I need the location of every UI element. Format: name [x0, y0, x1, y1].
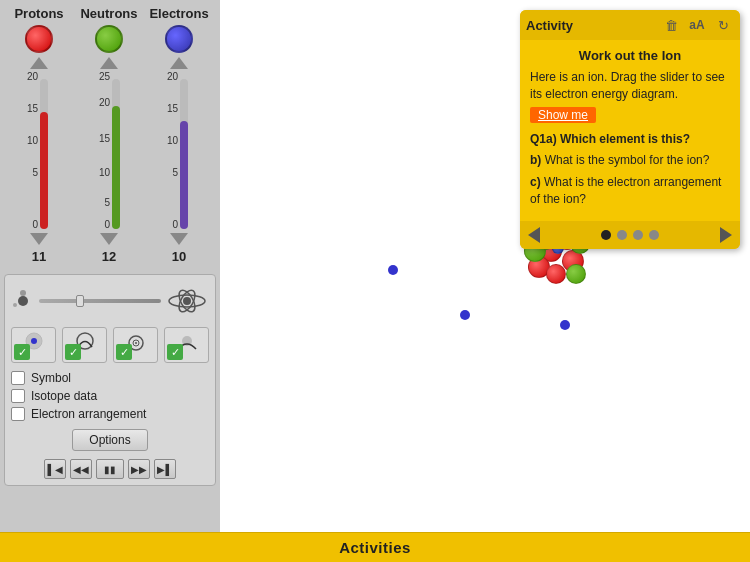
svg-point-12: [135, 342, 137, 344]
orbit-icon: [165, 281, 209, 321]
symbol-label: Symbol: [31, 371, 71, 385]
protons-ball: [25, 25, 53, 53]
protons-slider-col: Protons 20 15 10 5 0 11: [4, 6, 74, 264]
neutrons-track[interactable]: [112, 79, 120, 229]
rewind-end-button[interactable]: ▌◀: [44, 459, 66, 479]
neutrons-ball: [95, 25, 123, 53]
activities-label[interactable]: Activities: [339, 539, 411, 556]
svg-point-2: [13, 303, 17, 307]
view-buttons-row: ✓ ✓ ✓: [11, 327, 209, 363]
check-4: ✓: [167, 344, 183, 360]
isotope-checkbox-row[interactable]: Isotope data: [11, 389, 209, 403]
protons-fill: [40, 112, 48, 229]
view-mini-slider[interactable]: [39, 299, 161, 303]
left-panel: Protons 20 15 10 5 0 11: [0, 0, 220, 532]
view-btn-4[interactable]: ✓: [164, 327, 209, 363]
electrons-value: 10: [172, 249, 186, 264]
svg-point-8: [31, 338, 37, 344]
symbol-checkbox-row[interactable]: Symbol: [11, 371, 209, 385]
svg-point-0: [18, 296, 28, 306]
view-btn-2[interactable]: ✓: [62, 327, 107, 363]
question-1c: c) What is the electron arrangement of t…: [530, 174, 730, 208]
neutrons-down-arrow[interactable]: [100, 233, 118, 245]
activity-font-button[interactable]: aA: [686, 14, 708, 36]
activity-panel: Activity 🗑 aA ↻ Work out the Ion Here is…: [520, 10, 740, 249]
svg-point-3: [183, 297, 191, 305]
question-1a: Q1a) Which element is this?: [530, 131, 730, 148]
neutrons-up-arrow[interactable]: [100, 57, 118, 69]
activity-body: Work out the Ion Here is an ion. Drag th…: [520, 40, 740, 221]
show-me-button[interactable]: Show me: [530, 107, 596, 123]
protons-label: Protons: [14, 6, 63, 21]
nucleus-proton-5: [546, 264, 566, 284]
mini-slider-thumb[interactable]: [76, 295, 84, 307]
neutrons-slider-col: Neutrons 25 20 15 10 5 0 12: [74, 6, 144, 264]
simulation-area: Activity 🗑 aA ↻ Work out the Ion Here is…: [220, 0, 750, 532]
electrons-ball: [165, 25, 193, 53]
protons-track[interactable]: [40, 79, 48, 229]
controls-box: ✓ ✓ ✓: [4, 274, 216, 486]
check-3: ✓: [116, 344, 132, 360]
activity-prev-button[interactable]: [528, 227, 540, 243]
protons-value: 11: [32, 249, 46, 264]
protons-up-arrow[interactable]: [30, 57, 48, 69]
view-btn-electron-dot[interactable]: ✓: [11, 327, 56, 363]
forward-button[interactable]: ▶▶: [128, 459, 150, 479]
electron-4: [560, 320, 570, 330]
svg-point-1: [20, 290, 26, 296]
nucleus-neutron-4: [566, 264, 586, 284]
activity-next-button[interactable]: [720, 227, 732, 243]
forward-end-button[interactable]: ▶▌: [154, 459, 176, 479]
protons-track-area: 20 15 10 5 0: [20, 71, 58, 231]
electrons-down-arrow[interactable]: [170, 233, 188, 245]
electrons-slider-col: Electrons 20 15 10 5 0 10: [144, 6, 214, 264]
rewind-button[interactable]: ◀◀: [70, 459, 92, 479]
play-pause-button[interactable]: ▮▮: [96, 459, 124, 479]
sliders-area: Protons 20 15 10 5 0 11: [0, 0, 220, 270]
simulation-panel: Activity 🗑 aA ↻ Work out the Ion Here is…: [220, 0, 750, 532]
isotope-label: Isotope data: [31, 389, 97, 403]
neutrons-fill: [112, 106, 120, 229]
view-controls-row: [11, 281, 209, 321]
neutrons-label: Neutrons: [80, 6, 137, 21]
electron-arrangement-checkbox-row[interactable]: Electron arrangement: [11, 407, 209, 421]
nav-dot-1[interactable]: [601, 230, 611, 240]
activity-tab-label: Activity: [526, 18, 656, 33]
activity-nav: [520, 221, 740, 249]
neutrons-track-area: 25 20 15 10 5 0: [88, 71, 130, 231]
nav-dot-4[interactable]: [649, 230, 659, 240]
checkboxes-area: Symbol Isotope data Electron arrangement: [11, 371, 209, 421]
activity-header: Activity 🗑 aA ↻: [520, 10, 740, 40]
activity-delete-button[interactable]: 🗑: [660, 14, 682, 36]
electron-arrangement-label: Electron arrangement: [31, 407, 146, 421]
view-btn-3[interactable]: ✓: [113, 327, 158, 363]
activity-intro-text: Here is an ion. Drag the slider to see i…: [530, 69, 730, 103]
bottom-bar: Activities: [0, 532, 750, 562]
electron-5: [460, 310, 470, 320]
protons-down-arrow[interactable]: [30, 233, 48, 245]
electrons-track[interactable]: [180, 79, 188, 229]
nav-dot-3[interactable]: [633, 230, 643, 240]
question-1b: b) What is the symbol for the ion?: [530, 152, 730, 169]
check-2: ✓: [65, 344, 81, 360]
playback-controls: ▌◀ ◀◀ ▮▮ ▶▶ ▶▌: [11, 459, 209, 479]
symbol-checkbox[interactable]: [11, 371, 25, 385]
activity-refresh-button[interactable]: ↻: [712, 14, 734, 36]
check-1: ✓: [14, 344, 30, 360]
electrons-up-arrow[interactable]: [170, 57, 188, 69]
electron-arrangement-checkbox[interactable]: [11, 407, 25, 421]
nav-dot-2[interactable]: [617, 230, 627, 240]
activity-nav-dots: [601, 230, 659, 240]
atom-small-icon: [11, 289, 35, 313]
electrons-label: Electrons: [149, 6, 208, 21]
isotope-checkbox[interactable]: [11, 389, 25, 403]
options-button[interactable]: Options: [72, 429, 147, 451]
activity-work-title: Work out the Ion: [530, 48, 730, 63]
neutrons-value: 12: [102, 249, 116, 264]
electrons-track-area: 20 15 10 5 0: [160, 71, 198, 231]
electron-3: [388, 265, 398, 275]
electrons-fill: [180, 121, 188, 229]
